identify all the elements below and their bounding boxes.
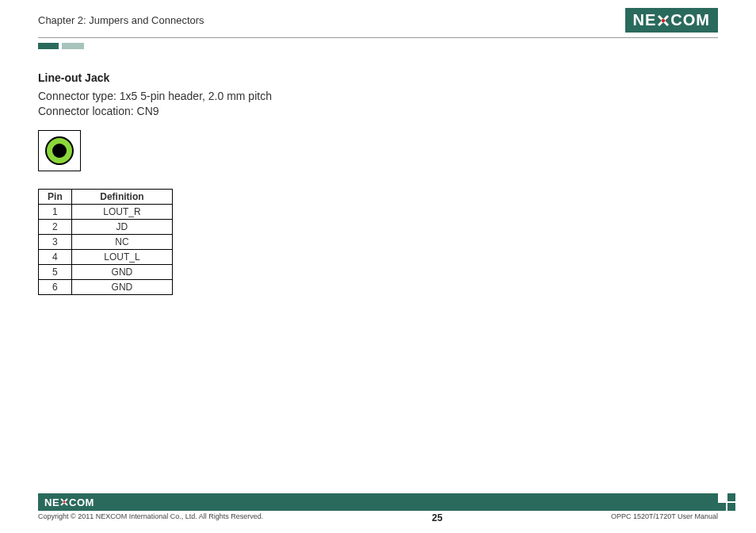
page-content: Line-out Jack Connector type: 1x5 5-pin … xyxy=(0,49,756,295)
pin-cell: 3 xyxy=(39,234,72,249)
jack-outer-ring xyxy=(45,136,74,165)
footer-logo-pre: NE xyxy=(44,497,59,508)
def-cell: JD xyxy=(71,219,172,234)
footer-meta: Copyright © 2011 NEXCOM International Co… xyxy=(38,512,718,523)
page-header: Chapter 2: Jumpers and Connectors NE COM xyxy=(0,0,756,37)
def-cell: NC xyxy=(71,234,172,249)
connector-location: Connector location: CN9 xyxy=(38,104,718,119)
svg-point-5 xyxy=(63,501,66,504)
accent-strip xyxy=(38,43,756,49)
table-header-row: Pin Definition xyxy=(39,189,173,204)
table-row: 6 GND xyxy=(39,279,173,294)
sq-fill xyxy=(727,493,735,501)
def-cell: LOUT_L xyxy=(71,249,172,264)
pin-cell: 1 xyxy=(39,204,72,219)
sq-fill xyxy=(727,503,735,511)
connector-type: Connector type: 1x5 5-pin header, 2.0 mm… xyxy=(38,89,718,104)
pin-cell: 5 xyxy=(39,264,72,279)
footer-decor-squares xyxy=(718,493,735,511)
copyright-text: Copyright © 2011 NEXCOM International Co… xyxy=(38,512,263,523)
logo-text: NE COM xyxy=(633,11,710,29)
table-row: 2 JD xyxy=(39,219,173,234)
svg-point-2 xyxy=(662,18,665,21)
manual-name: OPPC 1520T/1720T User Manual xyxy=(611,512,718,523)
pin-cell: 2 xyxy=(39,219,72,234)
lineout-jack-diagram xyxy=(38,130,81,171)
accent-dark xyxy=(38,43,59,49)
col-def-header: Definition xyxy=(71,189,172,204)
header-rule xyxy=(38,37,718,38)
footer-logo: NE COM xyxy=(44,497,94,508)
pin-cell: 6 xyxy=(39,279,72,294)
def-cell: LOUT_R xyxy=(71,204,172,219)
page-footer: NE COM Copyright © 2011 NEXCOM Internati… xyxy=(0,493,756,533)
sq-fill xyxy=(718,503,726,511)
logo-x-icon xyxy=(656,13,670,28)
col-pin-header: Pin xyxy=(39,189,72,204)
table-row: 3 NC xyxy=(39,234,173,249)
def-cell: GND xyxy=(71,279,172,294)
logo-post: COM xyxy=(670,11,710,29)
section-heading: Line-out Jack xyxy=(38,71,718,84)
pin-definition-table: Pin Definition 1 LOUT_R 2 JD 3 NC 4 LOUT… xyxy=(38,189,173,295)
page-number: 25 xyxy=(432,512,442,523)
brand-logo: NE COM xyxy=(625,8,718,33)
def-cell: GND xyxy=(71,264,172,279)
pin-cell: 4 xyxy=(39,249,72,264)
chapter-title: Chapter 2: Jumpers and Connectors xyxy=(38,14,204,26)
page-number-wrap: 25 xyxy=(263,512,611,523)
logo-pre: NE xyxy=(633,11,657,29)
accent-light xyxy=(62,43,84,49)
footer-logo-x-icon xyxy=(59,497,69,507)
table-row: 4 LOUT_L xyxy=(39,249,173,264)
table-row: 1 LOUT_R xyxy=(39,204,173,219)
footer-logo-post: COM xyxy=(69,497,94,508)
jack-inner-circle xyxy=(52,144,67,158)
table-row: 5 GND xyxy=(39,264,173,279)
sq-blank xyxy=(718,493,726,501)
footer-bar: NE COM xyxy=(38,493,718,511)
